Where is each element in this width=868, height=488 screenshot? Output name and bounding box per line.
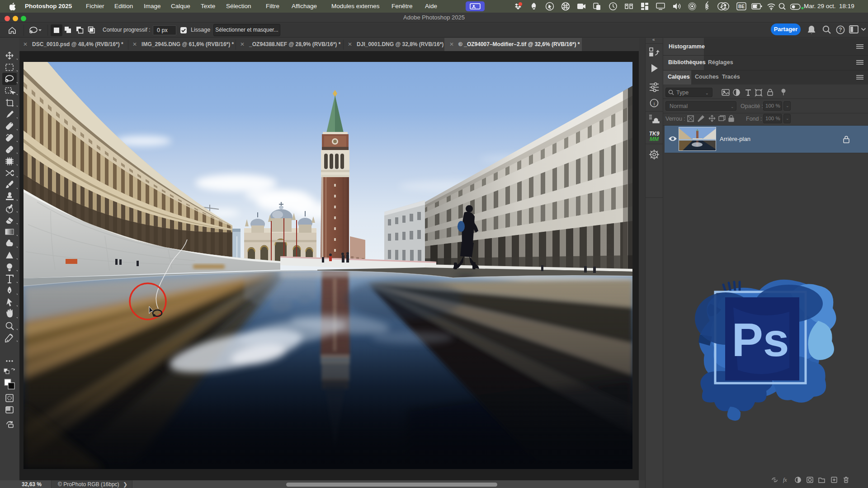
svg-text:i: i: [653, 101, 655, 106]
svg-text:BE: BE: [738, 4, 745, 9]
svg-text:?: ?: [839, 27, 842, 33]
svg-text:Ps: Ps: [731, 314, 789, 366]
svg-text:MM: MM: [650, 136, 659, 142]
svg-text:fx: fx: [783, 477, 787, 483]
